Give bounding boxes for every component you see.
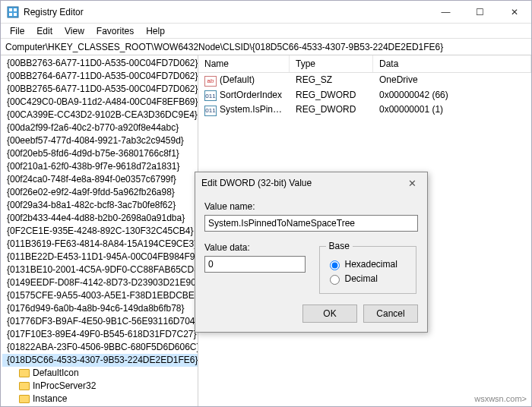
dialog-close-button[interactable]: ✕ (404, 178, 421, 189)
minimize-button[interactable]: — (429, 1, 463, 23)
folder-icon (19, 382, 30, 390)
value-name: (Default) (220, 74, 255, 85)
tree-key[interactable]: {0131BE10-2001-4C5A-9DF0-CC88FAB65CD8} (2, 263, 198, 276)
tree-subkey[interactable]: InProcServer32 (2, 380, 198, 393)
tree-key[interactable]: {00f26e02-e9f2-4a9f-9fdd-5a962fb26a98} (2, 186, 198, 199)
tree-subkey[interactable]: ShellFolder (2, 405, 198, 406)
value-name-input[interactable] (204, 215, 418, 232)
tree-key[interactable]: {00f29a34-b8a1-482c-bcf8-3ac7b0fe8f62} (2, 199, 198, 212)
tree-key[interactable]: {011BE22D-E453-11D1-945A-00C04FB984F9} (2, 251, 198, 263)
menu-edit[interactable]: Edit (30, 24, 59, 38)
tree-subkey[interactable]: Instance (2, 393, 198, 405)
tree-key[interactable]: {011B3619-FE63-4814-8A84-15A194CE9CE3} (2, 238, 198, 251)
address-path: Computer\HKEY_CLASSES_ROOT\WOW6432Node\C… (5, 42, 443, 52)
base-group: Base Hexadecimal Decimal (319, 241, 417, 294)
app-icon (7, 6, 19, 18)
value-name: System.IsPinned... (220, 104, 290, 115)
ok-button[interactable]: OK (302, 304, 357, 323)
edit-dword-dialog: Edit DWORD (32-bit) Value ✕ Value name: … (195, 172, 428, 333)
dialog-title-text: Edit DWORD (32-bit) Value (201, 178, 404, 188)
radio-decimal[interactable] (330, 275, 340, 285)
tree-key[interactable]: {00da2f99-f2a6-40c2-b770-a920f8e44abc} (2, 121, 198, 134)
tree-key[interactable]: {0149EEDF-D08F-4142-8D73-D23903D21E90} (2, 276, 198, 289)
tree-key[interactable]: {0F2CE1E-935E-4248-892C-130F32C45CB4} (2, 225, 198, 238)
value-name-label: Value name: (204, 201, 418, 212)
tree-key[interactable]: {00f210a1-62f0-438b-9f7e-9618d72a1831} (2, 160, 198, 173)
maximize-button[interactable]: ☐ (463, 1, 497, 23)
value-data: 0x00000042 (66) (373, 88, 531, 103)
base-legend: Base (326, 241, 353, 251)
value-data-label: Value data: (204, 242, 306, 253)
titlebar: Registry Editor — ☐ ✕ (1, 1, 531, 24)
value-row[interactable]: ab(Default)REG_SZOneDrive (198, 73, 531, 88)
string-value-icon: ab (204, 76, 217, 87)
menubar: File Edit View Favorites Help (1, 24, 531, 39)
tree-subkey-label: DefaultIcon (33, 368, 79, 379)
dword-value-icon: 011 (204, 106, 217, 116)
menu-view[interactable]: View (59, 24, 90, 38)
value-row[interactable]: 011SortOrderIndexREG_DWORD0x00000042 (66… (198, 88, 531, 103)
tree-key[interactable]: {00CA399E-CC43D2-9102B-CEA3D36DC9E4} (2, 109, 198, 121)
tree-key[interactable]: {00f24ca0-748f-4e8a-894f-0e0357c6799f} (2, 173, 198, 186)
dword-value-icon: 011 (204, 90, 217, 101)
menu-favorites[interactable]: Favorites (90, 24, 140, 38)
tree-key[interactable]: {00eebf57-477d-4084-9921-7ab3c2c9459d} (2, 134, 198, 147)
tree-key[interactable]: {01575CFE-9A55-4003-A5E1-F38D1EBDCBE1} (2, 289, 198, 302)
tree-key[interactable]: {00BB2764-6A77-11D0-A535-00C04FD7D062} (2, 70, 198, 83)
cancel-button[interactable]: Cancel (363, 304, 418, 323)
svg-rect-2 (14, 8, 17, 11)
tree-key[interactable]: {01776DF3-B9AF-4E50-9B1C-56E93116D704} (2, 315, 198, 328)
svg-rect-4 (14, 13, 17, 16)
dialog-titlebar[interactable]: Edit DWORD (32-bit) Value ✕ (195, 172, 427, 194)
value-type: REG_SZ (290, 73, 373, 88)
address-bar[interactable]: Computer\HKEY_CLASSES_ROOT\WOW6432Node\C… (1, 39, 531, 55)
value-data-input[interactable] (204, 256, 306, 273)
tree-key[interactable]: {00f20eb5-8fd6-4d9d-b75e-36801766c8f1} (2, 147, 198, 160)
value-data: OneDrive (373, 73, 531, 88)
folder-icon (19, 395, 30, 403)
value-type: REG_DWORD (290, 103, 373, 118)
tree-key[interactable]: {0176d949-6a0b-4a8b-94c6-149da8b6fb78} (2, 302, 198, 315)
tree-key[interactable]: {018D5C66-4533-4307-9B53-224DE2ED1FE6} (2, 354, 198, 367)
registry-editor-window: Registry Editor — ☐ ✕ File Edit View Fav… (0, 0, 532, 407)
radio-hexadecimal[interactable] (330, 260, 340, 270)
tree-key[interactable]: {00f2b433-44e4-4d88-b2b0-2698a0a91dba} (2, 212, 198, 225)
label-decimal: Decimal (345, 273, 378, 284)
folder-icon (19, 369, 30, 377)
header-data[interactable]: Data (373, 55, 531, 72)
header-type[interactable]: Type (290, 55, 373, 72)
tree-subkey-label: InProcServer32 (33, 380, 96, 392)
window-title: Registry Editor (24, 7, 429, 17)
label-hexadecimal: Hexadecimal (345, 259, 397, 270)
value-type: REG_DWORD (290, 88, 373, 103)
tree-key[interactable]: {00BB2765-6A77-11D0-A535-00C04FD7D062} (2, 83, 198, 96)
watermark: wsxwsn.com> (474, 394, 527, 403)
list-header: Name Type Data (198, 55, 531, 73)
menu-help[interactable]: Help (140, 24, 171, 38)
value-data: 0x00000001 (1) (373, 103, 531, 118)
value-row[interactable]: 011System.IsPinned...REG_DWORD0x00000001… (198, 103, 531, 118)
header-name[interactable]: Name (198, 55, 290, 72)
svg-rect-3 (9, 13, 12, 16)
tree-panel[interactable]: {00BB2763-6A77-11D0-A535-00C04FD7D062}{0… (1, 55, 198, 406)
svg-rect-1 (9, 8, 12, 11)
menu-file[interactable]: File (4, 24, 30, 38)
tree-key[interactable]: {00BB2763-6A77-11D0-A535-00C04FD7D062} (2, 57, 198, 70)
tree-key[interactable]: {00C429C0-0BA9-11d2-A484-00C04F8EFB69} (2, 96, 198, 109)
value-name: SortOrderIndex (220, 90, 282, 100)
tree-key[interactable]: {01822ABA-23F0-4506-9BBC-680F5D6D606C} (2, 341, 198, 354)
tree-subkey[interactable]: DefaultIcon (2, 367, 198, 380)
tree-key[interactable]: {017F10E3-89E4-49F0-B545-618D31FD7C27} (2, 328, 198, 341)
close-button[interactable]: ✕ (497, 1, 531, 23)
tree-subkey-label: Instance (33, 393, 67, 405)
